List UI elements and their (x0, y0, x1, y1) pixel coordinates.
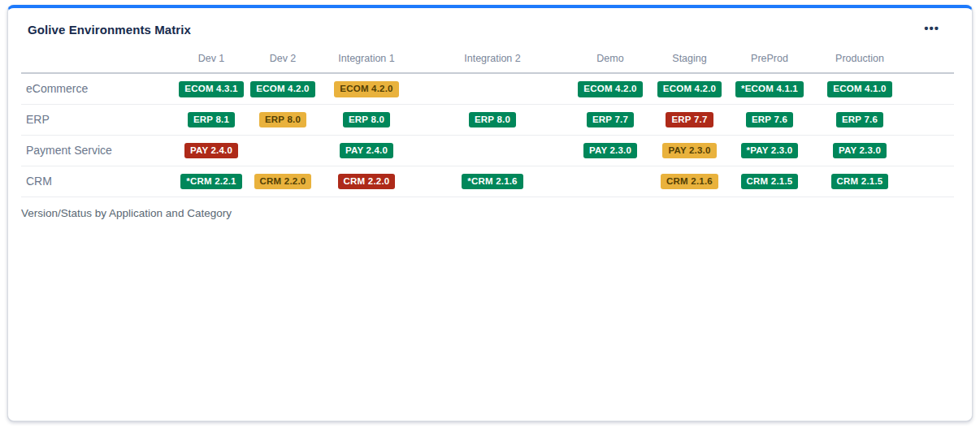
version-badge[interactable]: CRM 2.2.0 (254, 174, 312, 190)
row-label: Payment Service (21, 135, 176, 166)
matrix-cell: ERP 8.0 (247, 104, 319, 135)
column-header-integration-2: Integration 2 (414, 48, 570, 73)
matrix-cell: ERP 8.0 (319, 104, 414, 135)
matrix-cell-trailing-spacer (909, 73, 954, 104)
row-header-spacer (21, 48, 176, 73)
version-badge[interactable]: *PAY 2.3.0 (741, 143, 799, 159)
ellipsis-icon: ••• (924, 21, 939, 35)
matrix-cell-trailing-spacer (909, 135, 954, 166)
matrix-header-row: Dev 1Dev 2Integration 1Integration 2Demo… (21, 48, 954, 73)
matrix-cell (570, 166, 650, 197)
matrix-cell: *CRM 2.2.1 (176, 166, 247, 197)
version-badge[interactable]: PAY 2.4.0 (340, 143, 393, 159)
gadget-subtitle: Version/Status by Application and Catego… (21, 207, 952, 219)
table-row-crm: CRM*CRM 2.2.1CRM 2.2.0CRM 2.2.0*CRM 2.1.… (21, 166, 954, 197)
matrix-cell: PAY 2.4.0 (176, 135, 247, 166)
matrix-cell: PAY 2.3.0 (650, 135, 729, 166)
matrix-cell (414, 73, 570, 104)
matrix-cell: ERP 7.7 (650, 104, 729, 135)
version-badge[interactable]: ERP 8.1 (188, 112, 235, 128)
version-badge[interactable]: ERP 7.6 (836, 112, 883, 128)
version-badge[interactable]: *ECOM 4.1.1 (735, 81, 804, 97)
matrix-cell: ECOM 4.2.0 (247, 73, 319, 104)
matrix-cell: *ECOM 4.1.1 (729, 73, 810, 104)
matrix-cell: PAY 2.3.0 (810, 135, 909, 166)
version-badge[interactable]: *CRM 2.1.6 (462, 174, 523, 190)
matrix-cell (414, 135, 570, 166)
version-badge[interactable]: CRM 2.1.6 (661, 174, 718, 190)
version-badge[interactable]: ERP 7.7 (666, 112, 713, 128)
table-row-erp: ERPERP 8.1ERP 8.0ERP 8.0ERP 8.0ERP 7.7ER… (21, 104, 954, 135)
version-badge[interactable]: PAY 2.3.0 (833, 143, 887, 159)
version-badge[interactable]: ERP 8.0 (343, 112, 390, 128)
matrix-cell: PAY 2.3.0 (570, 135, 650, 166)
matrix-cell: ERP 8.1 (176, 104, 247, 135)
row-label: eCommerce (21, 73, 176, 104)
version-badge[interactable]: ECOM 4.2.0 (334, 81, 398, 97)
version-badge[interactable]: ECOM 4.2.0 (578, 81, 642, 97)
column-header-integration-1: Integration 1 (319, 48, 414, 73)
gadget-title: Golive Environments Matrix (28, 23, 191, 37)
version-badge[interactable]: *CRM 2.2.1 (180, 174, 241, 190)
gadget-menu-button[interactable]: ••• (917, 21, 946, 36)
environments-matrix-table: Dev 1Dev 2Integration 1Integration 2Demo… (21, 48, 954, 197)
golive-matrix-gadget-card: Golive Environments Matrix ••• Dev 1Dev … (7, 5, 973, 421)
row-label: ERP (21, 104, 176, 135)
matrix-cell: ECOM 4.2.0 (570, 73, 650, 104)
column-header-demo: Demo (570, 48, 650, 73)
table-row-payment-service: Payment ServicePAY 2.4.0PAY 2.4.0PAY 2.3… (21, 135, 954, 166)
version-badge[interactable]: PAY 2.4.0 (184, 143, 238, 159)
matrix-cell: ECOM 4.2.0 (319, 73, 414, 104)
version-badge[interactable]: PAY 2.3.0 (662, 143, 716, 159)
matrix-cell: CRM 2.2.0 (247, 166, 319, 197)
matrix-cell: PAY 2.4.0 (319, 135, 414, 166)
table-row-ecommerce: eCommerceECOM 4.3.1ECOM 4.2.0ECOM 4.2.0E… (21, 73, 954, 104)
column-header-dev-1: Dev 1 (176, 48, 247, 73)
column-header-production: Production (810, 48, 909, 73)
version-badge[interactable]: ECOM 4.2.0 (250, 81, 314, 97)
version-badge[interactable]: PAY 2.3.0 (583, 143, 637, 159)
version-badge[interactable]: CRM 2.1.5 (831, 174, 889, 190)
matrix-cell: ERP 7.6 (729, 104, 810, 135)
column-header-dev-2: Dev 2 (247, 48, 319, 73)
matrix-cell: *CRM 2.1.6 (414, 166, 570, 197)
matrix-cell (247, 135, 319, 166)
version-badge[interactable]: ECOM 4.2.0 (657, 81, 722, 97)
version-badge[interactable]: ECOM 4.3.1 (179, 81, 243, 97)
matrix-cell: ECOM 4.3.1 (176, 73, 247, 104)
column-header-staging: Staging (650, 48, 729, 73)
matrix-table-container: Dev 1Dev 2Integration 1Integration 2Demo… (21, 48, 954, 197)
matrix-cell-trailing-spacer (909, 104, 954, 135)
gadget-header: Golive Environments Matrix ••• (8, 8, 972, 37)
version-badge[interactable]: ERP 8.0 (259, 112, 306, 128)
column-header-trailing-spacer (909, 48, 954, 73)
matrix-cell: ERP 8.0 (414, 104, 570, 135)
matrix-cell: ERP 7.7 (570, 104, 650, 135)
row-label: CRM (21, 166, 176, 197)
column-header-preprod: PreProd (729, 48, 810, 73)
matrix-cell: CRM 2.1.5 (729, 166, 810, 197)
matrix-cell: ECOM 4.2.0 (650, 73, 729, 104)
matrix-cell: *PAY 2.3.0 (729, 135, 810, 166)
version-badge[interactable]: CRM 2.1.5 (741, 174, 799, 190)
version-badge[interactable]: CRM 2.2.0 (338, 174, 396, 190)
version-badge[interactable]: ERP 7.7 (587, 112, 634, 128)
matrix-cell: ERP 7.6 (810, 104, 909, 135)
matrix-cell: CRM 2.2.0 (319, 166, 414, 197)
matrix-cell: CRM 2.1.5 (810, 166, 909, 197)
version-badge[interactable]: ECOM 4.1.0 (827, 81, 891, 97)
matrix-cell: CRM 2.1.6 (650, 166, 729, 197)
version-badge[interactable]: ERP 8.0 (469, 112, 516, 128)
matrix-cell-trailing-spacer (909, 166, 954, 197)
matrix-cell: ECOM 4.1.0 (810, 73, 909, 104)
version-badge[interactable]: ERP 7.6 (746, 112, 793, 128)
